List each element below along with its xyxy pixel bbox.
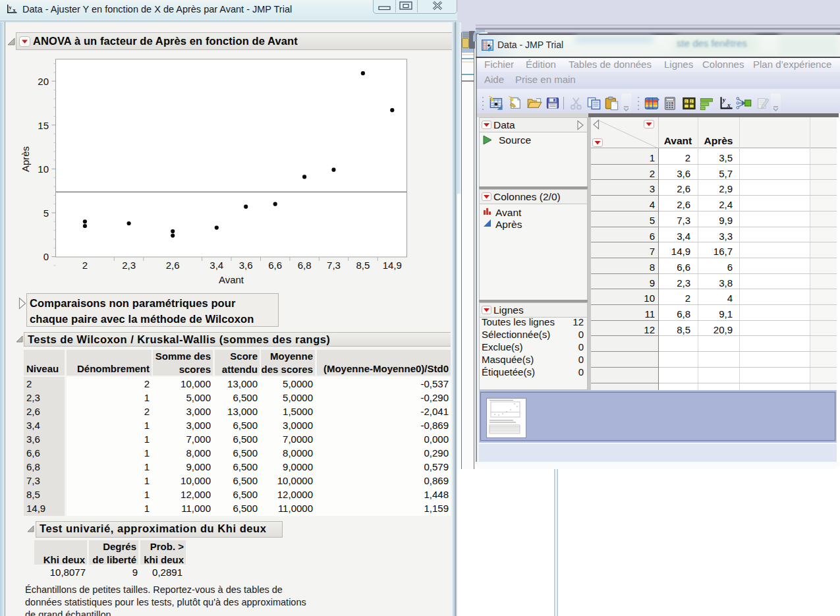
svg-text:2: 2 (690, 99, 692, 103)
svg-text:x: x (727, 101, 731, 109)
svg-text:1: 1 (685, 99, 687, 103)
svg-text:y: y (721, 96, 726, 103)
svg-text:y: y (9, 4, 13, 11)
